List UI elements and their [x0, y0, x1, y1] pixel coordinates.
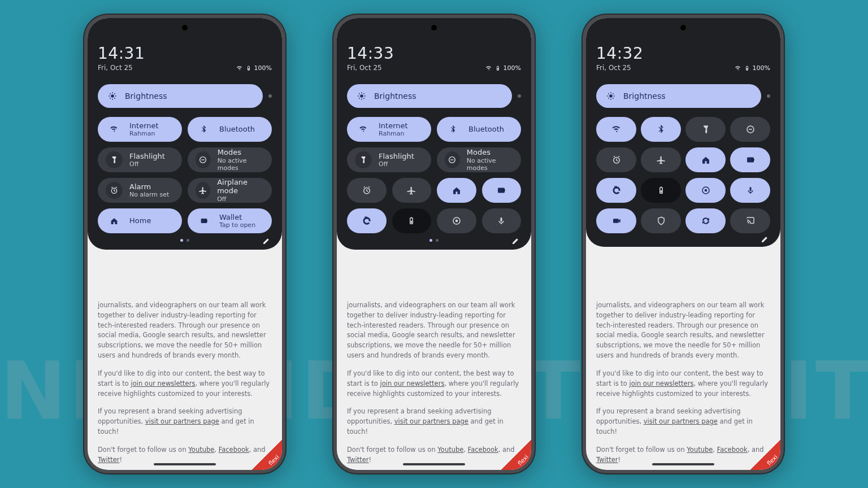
qs-tile-battery[interactable] [641, 178, 681, 203]
qs-tile-bluetooth[interactable]: Bluetooth [437, 117, 521, 142]
brightness-slider[interactable]: Brightness [98, 84, 272, 108]
edit-tiles-button[interactable] [262, 236, 272, 246]
clock: 14:31 [98, 44, 145, 63]
quick-settings-panel[interactable]: 14:33 Fri, Oct 25 100% Brightness Intern… [337, 18, 531, 250]
qs-tile-wallet[interactable] [730, 147, 770, 172]
shield-icon [656, 216, 666, 226]
qs-tile-wifi[interactable]: InternetRahman [347, 117, 431, 142]
tile-label: Internet [129, 121, 159, 130]
tile-label: Bluetooth [468, 125, 504, 134]
flashlight-icon [355, 151, 372, 168]
qs-tile-mic[interactable] [730, 178, 770, 203]
twitter-link[interactable]: Twitter [98, 456, 120, 464]
qs-tile-wifi[interactable] [596, 117, 636, 142]
status-icons: 100% [735, 64, 770, 72]
corner-badge: flexi [501, 439, 532, 471]
qs-tile-wifi[interactable]: InternetRahman [98, 117, 182, 142]
qs-tile-camera[interactable] [596, 208, 636, 233]
dnd-icon [445, 151, 460, 168]
gesture-nav-bar[interactable] [403, 463, 465, 465]
join-newsletters-link[interactable]: join our newsletters [629, 380, 693, 387]
tile-label: Modes [218, 148, 264, 157]
qs-tile-rotate[interactable] [347, 208, 387, 233]
wallet-icon [496, 185, 506, 195]
edit-tiles-button[interactable] [760, 234, 770, 244]
tile-label: Internet [379, 121, 408, 130]
qs-tile-wallet[interactable] [482, 178, 522, 203]
gesture-nav-bar[interactable] [652, 463, 714, 465]
youtube-link[interactable]: Youtube [687, 446, 713, 454]
qs-tile-flashlight[interactable] [685, 117, 726, 142]
twitter-link[interactable]: Twitter [347, 456, 369, 464]
qs-tile-flashlight[interactable]: FlashlightOff [347, 147, 431, 172]
tile-sublabel: Tap to open [219, 221, 255, 229]
brightness-label: Brightness [374, 91, 416, 101]
gesture-nav-bar[interactable] [154, 463, 216, 465]
brightness-handle[interactable] [767, 94, 770, 98]
join-newsletters-link[interactable]: join our newsletters [380, 380, 444, 387]
qs-tile-dnd[interactable]: ModesNo active modes [437, 147, 521, 172]
airplane-icon [656, 155, 666, 165]
qs-tile-home[interactable] [685, 147, 726, 172]
qs-tile-alarm[interactable] [347, 178, 387, 203]
qs-tile-record[interactable] [437, 208, 476, 233]
partners-page-link[interactable]: visit our partners page [394, 417, 468, 425]
partners-page-link[interactable]: visit our partners page [145, 417, 219, 425]
qs-tile-home[interactable] [437, 178, 476, 203]
partners-page-link[interactable]: visit our partners page [644, 417, 718, 425]
qs-tile-record[interactable] [685, 178, 726, 203]
alarm-icon [611, 155, 622, 165]
bluetooth-icon [656, 124, 666, 134]
qs-tile-airplane[interactable] [392, 178, 432, 203]
quick-settings-panel[interactable]: 14:32 Fri, Oct 25 100% Brightness [586, 18, 780, 247]
brightness-slider[interactable]: Brightness [596, 84, 770, 108]
edit-tiles-button[interactable] [511, 236, 521, 246]
facebook-link[interactable]: Facebook [219, 446, 249, 454]
youtube-link[interactable]: Youtube [437, 446, 463, 454]
qs-tile-alarm[interactable]: AlarmNo alarm set [98, 178, 182, 203]
qs-tile-home[interactable]: Home [98, 208, 182, 233]
wifi-status-icon [485, 65, 492, 72]
facebook-link[interactable]: Facebook [468, 446, 498, 454]
battery-status-icon [245, 65, 252, 72]
qs-tile-dnd[interactable] [730, 117, 770, 142]
date: Fri, Oct 25 [98, 64, 145, 72]
battery-status-icon [494, 65, 501, 72]
qs-tile-cast[interactable] [730, 208, 770, 233]
wifi-icon [611, 124, 622, 134]
qs-tile-rotate[interactable] [596, 178, 636, 203]
qs-tile-flashlight[interactable]: FlashlightOff [98, 147, 182, 172]
youtube-link[interactable]: Youtube [188, 446, 214, 454]
qs-tile-dnd[interactable]: ModesNo active modes [188, 147, 272, 172]
qs-tile-shield[interactable] [641, 208, 681, 233]
bluetooth-icon [445, 121, 462, 138]
record-icon [701, 185, 711, 195]
tile-sublabel: Off [129, 160, 165, 168]
qs-tile-wallet[interactable]: WalletTap to open [188, 208, 272, 233]
qs-tile-bluetooth[interactable]: Bluetooth [188, 117, 272, 142]
qs-tile-airplane[interactable]: Airplane modeOff [188, 178, 272, 203]
front-camera [430, 24, 438, 32]
rotate-icon [611, 185, 622, 195]
qs-tile-battery[interactable] [392, 208, 432, 233]
home-icon [452, 185, 462, 195]
wifi-icon [106, 121, 123, 138]
qs-tile-mic[interactable] [482, 208, 522, 233]
wifi-icon [355, 121, 372, 138]
qs-tile-sync[interactable] [685, 208, 726, 233]
brightness-slider[interactable]: Brightness [347, 84, 521, 108]
wifi-status-icon [735, 65, 741, 72]
facebook-link[interactable]: Facebook [717, 446, 748, 454]
qs-tile-bluetooth[interactable] [641, 117, 681, 142]
brightness-handle[interactable] [268, 94, 272, 98]
join-newsletters-link[interactable]: join our newsletters [131, 380, 195, 387]
tile-label: Airplane mode [217, 178, 264, 195]
tile-sublabel: Rahman [129, 130, 159, 137]
qs-tile-alarm[interactable] [596, 147, 636, 172]
brightness-handle[interactable] [518, 94, 521, 98]
quick-settings-panel[interactable]: 14:31 Fri, Oct 25 100% Brightness Intern… [88, 18, 282, 250]
twitter-link[interactable]: Twitter [596, 456, 618, 464]
flashlight-icon [106, 151, 123, 168]
battery-percent: 100% [753, 64, 770, 72]
qs-tile-airplane[interactable] [641, 147, 681, 172]
